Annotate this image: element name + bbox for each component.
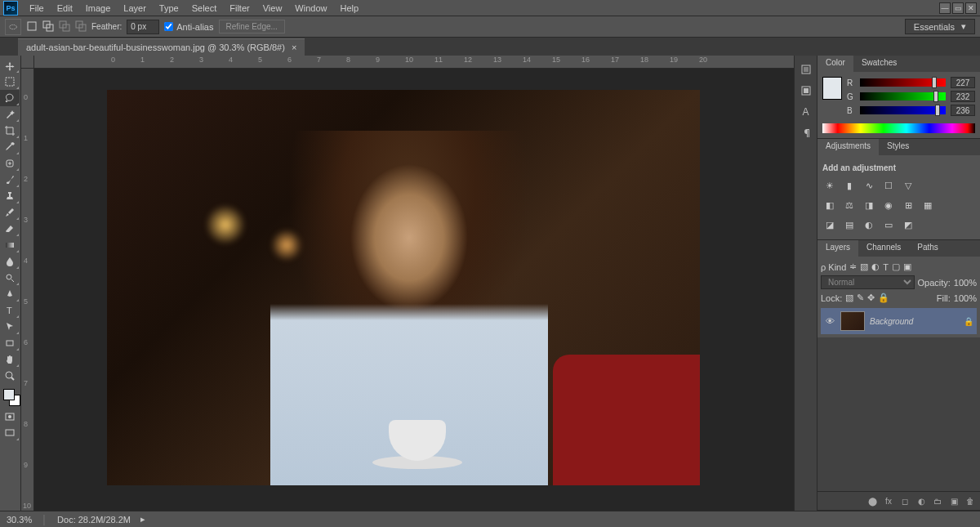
r-value[interactable]: 227	[951, 77, 975, 88]
blur-tool[interactable]	[0, 253, 20, 270]
brightness-adjustment-icon[interactable]: ☀	[822, 179, 837, 192]
fill-value[interactable]: 100%	[954, 293, 977, 303]
paragraph-panel-icon[interactable]	[798, 126, 814, 141]
feather-input[interactable]	[127, 20, 159, 34]
antialias-checkbox[interactable]: Anti-alias	[164, 22, 213, 32]
layer-row[interactable]: 👁 Background 🔒	[821, 308, 977, 334]
eraser-tool[interactable]	[0, 221, 20, 237]
menu-image[interactable]: Image	[79, 1, 118, 16]
tool-preset-picker[interactable]	[5, 19, 21, 35]
menu-file[interactable]: File	[23, 1, 51, 16]
layer-thumbnail[interactable]	[840, 311, 865, 331]
link-layers-icon[interactable]: ⬤	[866, 495, 879, 507]
maximize-button[interactable]: ▭	[952, 2, 964, 14]
dodge-tool[interactable]	[0, 270, 20, 286]
posterize-adjustment-icon[interactable]: ▤	[842, 218, 857, 231]
history-brush-tool[interactable]	[0, 204, 20, 221]
color-preview-swatch[interactable]	[822, 77, 842, 100]
selection-mode-new[interactable]	[26, 20, 38, 33]
lock-transparency-icon[interactable]: ▧	[845, 293, 853, 303]
document-canvas[interactable]	[107, 90, 700, 485]
paths-tab[interactable]: Paths	[909, 240, 947, 257]
canvas-area[interactable]: 0 1 2 3 4 5 6 7 8 9 10 11 12 13 14 15 16…	[21, 56, 794, 511]
foreground-color[interactable]	[3, 389, 15, 400]
color-lookup-adjustment-icon[interactable]: ▦	[920, 199, 935, 212]
menu-select[interactable]: Select	[185, 1, 224, 16]
layer-name-label[interactable]: Background	[870, 317, 959, 326]
type-tool[interactable]: T	[0, 302, 20, 319]
curves-adjustment-icon[interactable]: ∿	[862, 179, 876, 192]
adjustment-layer-icon[interactable]: ◐	[915, 495, 928, 507]
menu-help[interactable]: Help	[333, 1, 365, 16]
layer-mask-icon[interactable]: ◻	[898, 495, 911, 507]
layer-effects-icon[interactable]: fx	[882, 495, 895, 507]
delete-layer-icon[interactable]: 🗑	[964, 495, 977, 507]
doc-info-arrow-icon[interactable]: ▸	[140, 514, 145, 525]
color-tab[interactable]: Color	[817, 56, 853, 72]
healing-brush-tool[interactable]	[0, 155, 20, 172]
marquee-tool[interactable]	[0, 74, 20, 90]
minimize-button[interactable]: —	[939, 2, 951, 14]
filter-adjustment-icon[interactable]: ◐	[871, 261, 880, 272]
menu-edit[interactable]: Edit	[51, 1, 79, 16]
ruler-origin[interactable]	[21, 56, 34, 69]
zoom-tool[interactable]	[0, 368, 20, 384]
selective-color-adjustment-icon[interactable]: ◩	[901, 218, 915, 231]
lock-all-icon[interactable]: 🔒	[878, 293, 889, 303]
horizontal-ruler[interactable]: 0 1 2 3 4 5 6 7 8 9 10 11 12 13 14 15 16…	[34, 56, 794, 69]
hand-tool[interactable]	[0, 351, 20, 368]
r-slider[interactable]	[860, 78, 946, 87]
swatches-tab[interactable]: Swatches	[853, 56, 905, 72]
screen-mode-tool[interactable]	[0, 425, 20, 441]
selection-mode-intersect[interactable]	[75, 20, 87, 33]
color-balance-adjustment-icon[interactable]: ⚖	[842, 199, 857, 212]
properties-panel-icon[interactable]	[798, 83, 814, 98]
hue-adjustment-icon[interactable]: ◧	[822, 199, 837, 212]
eyedropper-tool[interactable]	[0, 139, 20, 155]
gradient-map-adjustment-icon[interactable]: ▭	[881, 218, 896, 231]
color-swatches[interactable]	[0, 387, 20, 409]
g-value[interactable]: 232	[951, 91, 975, 102]
exposure-adjustment-icon[interactable]: ☐	[881, 179, 896, 192]
gradient-tool[interactable]	[0, 237, 20, 253]
invert-adjustment-icon[interactable]: ◪	[822, 218, 837, 231]
opacity-value[interactable]: 100%	[954, 278, 977, 288]
filter-type-icon[interactable]: T	[883, 262, 889, 272]
history-panel-icon[interactable]	[798, 62, 814, 77]
kind-filter-dropdown[interactable]: ≑	[849, 261, 857, 272]
filter-smart-icon[interactable]: ▣	[903, 261, 911, 272]
blend-mode-select[interactable]: Normal	[821, 275, 915, 289]
workspace-switcher[interactable]: Essentials▾	[905, 19, 975, 34]
threshold-adjustment-icon[interactable]: ◐	[862, 218, 876, 231]
channel-mixer-adjustment-icon[interactable]: ⊞	[901, 199, 915, 212]
styles-tab[interactable]: Styles	[879, 139, 917, 155]
levels-adjustment-icon[interactable]: ▮	[842, 179, 857, 192]
visibility-toggle-icon[interactable]: 👁	[824, 316, 835, 326]
path-selection-tool[interactable]	[0, 319, 20, 335]
g-slider[interactable]	[860, 92, 946, 100]
close-tab-icon[interactable]: ×	[292, 42, 296, 52]
selection-mode-add[interactable]	[42, 20, 54, 33]
clone-stamp-tool[interactable]	[0, 188, 20, 204]
menu-layer[interactable]: Layer	[117, 1, 153, 16]
new-layer-icon[interactable]: ▣	[947, 495, 960, 507]
quick-mask-tool[interactable]	[0, 409, 20, 425]
filter-pixel-icon[interactable]: ▧	[860, 261, 868, 272]
menu-type[interactable]: Type	[153, 1, 185, 16]
vertical-ruler[interactable]: 0 1 2 3 4 5 6 7 8 9 10	[21, 69, 34, 511]
layers-tab[interactable]: Layers	[817, 240, 858, 257]
photo-filter-adjustment-icon[interactable]: ◉	[881, 199, 896, 212]
layer-group-icon[interactable]: 🗀	[931, 495, 944, 507]
magic-wand-tool[interactable]	[0, 106, 20, 123]
lock-position-icon[interactable]: ✥	[867, 293, 875, 303]
b-value[interactable]: 236	[951, 105, 975, 116]
character-panel-icon[interactable]: A	[798, 105, 814, 119]
close-button[interactable]: ✕	[965, 2, 977, 14]
b-slider[interactable]	[860, 106, 946, 114]
menu-view[interactable]: View	[256, 1, 289, 16]
selection-mode-subtract[interactable]	[59, 20, 70, 33]
bw-adjustment-icon[interactable]: ◨	[862, 199, 876, 212]
document-info[interactable]: Doc: 28.2M/28.2M	[57, 515, 131, 525]
rectangle-tool[interactable]	[0, 335, 20, 351]
lock-image-icon[interactable]: ✎	[857, 293, 864, 303]
